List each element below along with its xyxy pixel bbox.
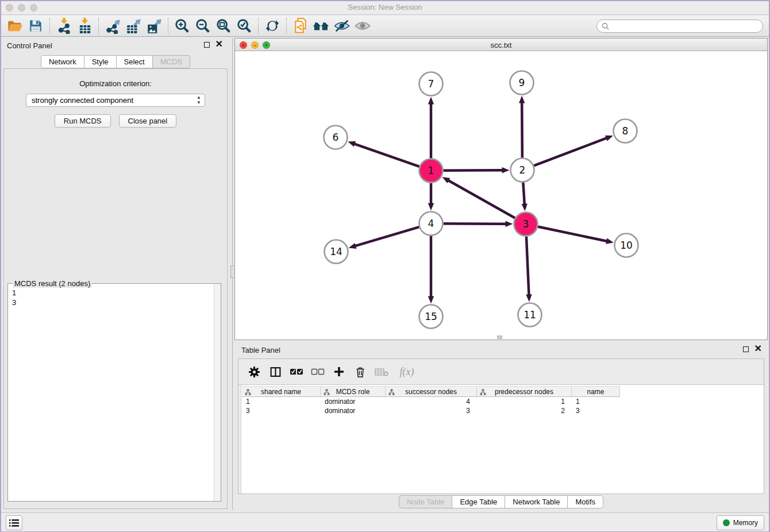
table-close-icon[interactable]: ✕	[754, 344, 762, 354]
table-tabs: Node TableEdge TableNetwork TableMotifs	[234, 495, 768, 508]
import-network-button[interactable]	[53, 17, 74, 35]
graph-edge-arrowhead	[505, 221, 513, 227]
tab-style[interactable]: Style	[84, 55, 117, 68]
mcds-result-text[interactable]: 1 3	[9, 286, 213, 500]
tab-edge-table[interactable]: Edge Table	[452, 495, 505, 508]
toolbar-separator	[258, 18, 259, 34]
close-panel-button[interactable]: Close panel	[119, 114, 177, 128]
gear-icon	[248, 366, 260, 378]
cell-predecessor-nodes[interactable]: 1	[477, 397, 572, 406]
zoom-fit-button[interactable]	[213, 17, 234, 35]
show-columns-button[interactable]	[267, 363, 284, 380]
zoom-selected-icon	[236, 18, 252, 34]
graph-node-label-11: 11	[523, 309, 536, 321]
search-input[interactable]	[609, 22, 753, 30]
mcds-panel: Optimization criterion: strongly connect…	[3, 68, 228, 509]
graph-edge-2-9[interactable]	[522, 102, 522, 157]
cell-successor-nodes[interactable]: 3	[386, 406, 477, 415]
cell-successor-nodes[interactable]: 4	[386, 397, 477, 406]
column-header-MCDS-role[interactable]: MCDS role	[321, 386, 386, 397]
attribute-tree-icon	[388, 389, 395, 395]
graph-edge-4-3[interactable]	[443, 223, 506, 224]
run-mcds-button[interactable]: Run MCDS	[55, 114, 111, 128]
control-panel-header: Control Panel ✕	[0, 38, 231, 53]
export-table-icon	[125, 18, 141, 34]
memory-button[interactable]: Memory	[717, 515, 764, 530]
save-icon	[28, 18, 43, 33]
zoom-in-icon	[174, 18, 190, 34]
graph-edge-2-3[interactable]	[523, 182, 524, 205]
column-header-name[interactable]: name	[572, 386, 620, 397]
add-column-button[interactable]	[330, 363, 348, 380]
table-row[interactable]: 3dominator323	[242, 406, 764, 415]
network-canvas[interactable]: 1234678910111415	[235, 51, 767, 340]
table-options-button[interactable]	[245, 363, 263, 380]
memory-label: Memory	[733, 519, 758, 527]
export-network-button[interactable]	[102, 17, 123, 35]
cell-shared-name[interactable]: 3	[242, 406, 321, 415]
graph-edge-1-6[interactable]	[354, 144, 419, 167]
open-file-button[interactable]	[5, 17, 25, 35]
graph-edge-arrowhead	[428, 296, 434, 304]
network-window-titlebar[interactable]: × – + scc.txt	[235, 38, 767, 51]
table-body: 1dominator4113dominator323	[242, 397, 764, 415]
network-from-selection-button[interactable]	[290, 17, 311, 35]
cell-name[interactable]: 1	[572, 397, 620, 406]
control-panel-title: Control Panel	[7, 41, 52, 50]
result-scrollbar[interactable]	[214, 284, 221, 501]
cell-predecessor-nodes[interactable]: 2	[477, 406, 572, 415]
open-home-button[interactable]	[311, 17, 332, 35]
graph-edge-4-14[interactable]	[355, 227, 419, 246]
cell-name[interactable]: 3	[572, 406, 620, 415]
graph-edge-3-10[interactable]	[538, 226, 607, 241]
table-row[interactable]: 1dominator411	[242, 397, 764, 406]
toolbar-separator	[286, 18, 287, 34]
graph-edge-3-1[interactable]	[448, 180, 515, 218]
cell-MCDS-role[interactable]: dominator	[321, 397, 386, 406]
apply-layout-button[interactable]	[262, 17, 283, 35]
save-session-button[interactable]	[25, 17, 46, 35]
optimization-select[interactable]: strongly connected component ▲▼	[26, 94, 205, 107]
tab-node-table[interactable]: Node Table	[399, 495, 453, 508]
zoom-in-button[interactable]	[172, 17, 192, 35]
delete-column-button[interactable]	[352, 363, 369, 380]
column-header-successor-nodes[interactable]: successor nodes	[386, 386, 477, 397]
delete-table-button[interactable]	[373, 363, 390, 380]
close-panel-icon[interactable]: ✕	[215, 39, 223, 49]
task-history-button[interactable]	[6, 515, 22, 530]
column-header-predecessor-nodes[interactable]: predecessor nodes	[477, 386, 572, 397]
optimization-label: Optimization criterion:	[4, 79, 227, 88]
table-panel-header: Table Panel ✕	[234, 342, 768, 357]
show-all-button[interactable]	[352, 17, 373, 35]
tab-motifs[interactable]: Motifs	[567, 495, 603, 508]
tab-select[interactable]: Select	[116, 55, 153, 68]
graph-edge-2-8[interactable]	[534, 138, 607, 165]
search-box[interactable]	[596, 20, 763, 33]
tab-network[interactable]: Network	[41, 55, 84, 68]
mcds-result-group: MCDS result (2 nodes) 1 3	[7, 283, 221, 502]
unset-columns-visible-button[interactable]	[309, 363, 326, 380]
attribute-tree-icon	[245, 389, 251, 395]
export-image-button[interactable]	[144, 17, 164, 35]
canvas-scroll-thumb[interactable]	[497, 336, 502, 339]
open-folder-icon	[7, 18, 23, 33]
cell-shared-name[interactable]: 1	[242, 397, 321, 406]
control-panel-tabs: NetworkStyleSelectMCDS	[0, 55, 231, 68]
import-table-button[interactable]	[74, 17, 95, 35]
column-header-shared-name[interactable]: shared name	[242, 386, 321, 397]
hide-selected-button[interactable]	[332, 17, 352, 35]
table-float-icon[interactable]	[743, 346, 749, 352]
zoom-out-button[interactable]	[192, 17, 213, 35]
export-table-button[interactable]	[123, 17, 144, 35]
float-panel-icon[interactable]	[204, 42, 210, 48]
set-columns-visible-button[interactable]	[288, 363, 305, 380]
graph-node-label-2: 2	[519, 164, 526, 176]
tab-network-table[interactable]: Network Table	[505, 495, 568, 508]
graph-edge-3-11[interactable]	[526, 236, 529, 295]
panel-splitter[interactable]	[232, 38, 234, 510]
tab-mcds[interactable]: MCDS	[152, 55, 190, 68]
zoom-selected-button[interactable]	[234, 17, 255, 35]
cell-MCDS-role[interactable]: dominator	[321, 406, 386, 415]
function-builder-button[interactable]: f(x)	[394, 363, 419, 380]
graph-edge-1-2[interactable]	[443, 170, 503, 171]
